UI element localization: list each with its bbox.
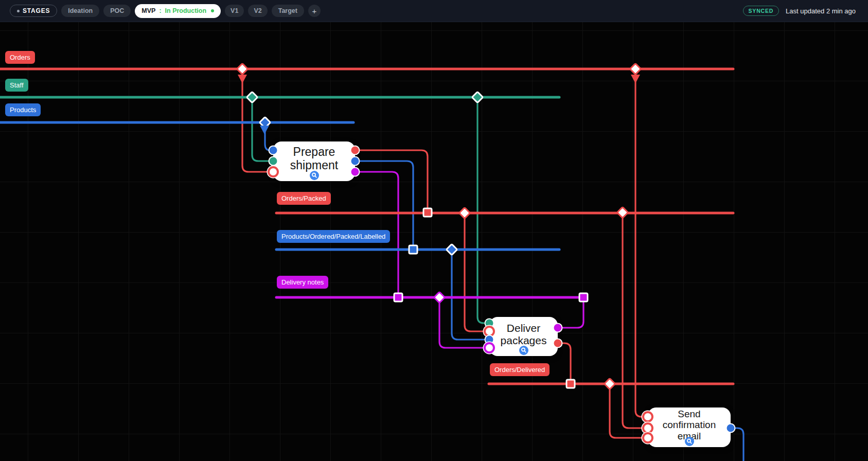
magnifier-badge-icon[interactable] (685, 437, 694, 446)
magnifier-badge-icon[interactable] (310, 171, 319, 180)
stages-label: STAGES (23, 7, 50, 14)
square-marker[interactable] (423, 208, 432, 217)
lane-label-staff[interactable]: Staff (5, 79, 28, 92)
flow-svg-layer (0, 0, 868, 461)
diamond-marker[interactable] (459, 207, 470, 218)
square-marker[interactable] (394, 293, 402, 302)
last-updated-text: Last updated 2 min ago (786, 7, 856, 15)
edge-prepare-to-orders-packed (355, 150, 428, 212)
diamond-marker[interactable] (604, 378, 615, 389)
lane-label-delivery-notes[interactable]: Delivery notes (277, 276, 328, 289)
port-solid-l-prepare-shipment[interactable] (269, 156, 278, 166)
magnifier-badge-icon[interactable] (519, 346, 528, 355)
in-production-dot-icon (211, 9, 214, 12)
port-solid-l-prepare-shipment[interactable] (269, 146, 278, 155)
node-deliver-packages[interactable]: Deliverpackages (489, 317, 558, 356)
edge-staff-to-deliver (477, 98, 490, 323)
port-solid-r-deliver-packages[interactable] (553, 323, 563, 333)
mvp-label: MVP (141, 7, 155, 14)
port-solid-r-deliver-packages[interactable] (553, 339, 563, 348)
arrow-down-icon (238, 75, 247, 83)
synced-badge: SYNCED (743, 6, 780, 16)
port-solid-r-prepare-shipment[interactable] (350, 167, 360, 177)
flow-canvas[interactable]: OrdersStaffProductsOrders/PackedProducts… (0, 0, 868, 461)
top-toolbar: STAGES Ideation POC MVP : In Production … (0, 0, 868, 22)
arrow-down-icon (260, 126, 269, 134)
mvp-status-text: In Production (165, 7, 207, 14)
port-solid-r-send-confirmation-email[interactable] (726, 423, 736, 433)
edge-deliver-to-delivery-notes-end (557, 298, 583, 328)
tab-poc[interactable]: POC (103, 5, 131, 17)
diamond-marker[interactable] (434, 292, 445, 303)
port-ring-l-send-confirmation-email[interactable] (642, 432, 653, 444)
square-marker[interactable] (566, 380, 575, 388)
diamond-marker[interactable] (446, 244, 457, 255)
edge-deliver-to-orders-delivered (557, 343, 571, 383)
tab-target[interactable]: Target (272, 5, 304, 17)
tab-v2[interactable]: V2 (248, 5, 267, 17)
lane-label-products[interactable]: Products (5, 103, 41, 116)
diamond-marker[interactable] (237, 63, 247, 74)
node-label-line: Deliver (507, 322, 540, 334)
arrow-down-icon (631, 75, 640, 83)
tab-v1[interactable]: V1 (225, 5, 244, 17)
lane-label-orders-packed[interactable]: Orders/Packed (277, 192, 331, 205)
diamond-marker[interactable] (617, 207, 628, 218)
stages-button[interactable]: STAGES (10, 5, 57, 17)
edge-popl-to-deliver (452, 250, 490, 340)
stage-tabs: STAGES Ideation POC MVP : In Production … (10, 4, 321, 18)
node-label-line: confirmation (663, 419, 716, 430)
edge-send-output (730, 428, 743, 461)
node-label-line: shipment (290, 159, 338, 172)
tab-mvp-active[interactable]: MVP : In Production (135, 4, 221, 18)
add-stage-button[interactable]: + (308, 5, 321, 17)
diamond-marker[interactable] (472, 92, 483, 102)
mvp-separator: : (159, 7, 161, 14)
square-marker[interactable] (579, 293, 588, 302)
tab-ideation[interactable]: Ideation (61, 5, 99, 17)
lane-label-orders-delivered[interactable]: Orders/Delivered (490, 363, 550, 376)
lane-label-products-ordered-packed-labelled[interactable]: Products/Ordered/Packed/Labelled (277, 230, 390, 243)
stages-dot-icon (17, 10, 20, 12)
edge-orders-to-send (635, 69, 649, 417)
port-ring-l-deliver-packages[interactable] (484, 342, 495, 353)
diamond-marker[interactable] (630, 63, 641, 74)
diamond-marker[interactable] (246, 92, 257, 102)
node-label-line: Prepare (293, 146, 335, 159)
port-solid-r-prepare-shipment[interactable] (350, 146, 360, 155)
port-ring-l-prepare-shipment[interactable] (268, 166, 279, 178)
node-prepare-shipment[interactable]: Prepareshipment (273, 141, 355, 181)
node-label-line: Send (678, 409, 700, 419)
lane-label-orders[interactable]: Orders (5, 51, 35, 64)
square-marker[interactable] (409, 245, 417, 254)
sync-status: SYNCED Last updated 2 min ago (743, 6, 856, 16)
port-ring-l-send-confirmation-email[interactable] (642, 411, 653, 422)
node-label-line: packages (501, 334, 547, 347)
edge-orders-to-prepare (242, 69, 275, 172)
port-solid-r-prepare-shipment[interactable] (350, 156, 360, 166)
node-send-confirmation-email[interactable]: Sendconfirmationemail (648, 407, 731, 447)
